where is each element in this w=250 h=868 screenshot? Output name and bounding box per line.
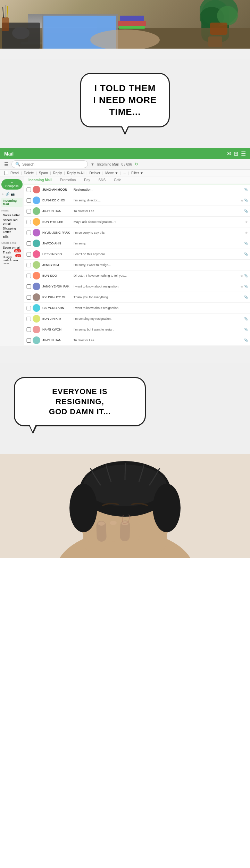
tab-promotion[interactable]: Promotion xyxy=(56,176,80,184)
email-checkbox[interactable] xyxy=(26,338,31,343)
star-icon: ★ xyxy=(245,220,248,224)
email-row[interactable]: JANG YE-RIM PAK I want to know about res… xyxy=(24,281,250,292)
smart-email-section: Smart e-mail Spam e-mail 394 Trash 34 Hu… xyxy=(1,241,23,266)
email-header: Mail ✉ ⊞ ☰ xyxy=(0,148,250,159)
avatar xyxy=(33,240,40,247)
email-subject: I can't do this anymore. xyxy=(74,252,243,256)
grid-icon[interactable]: ⊞ xyxy=(234,150,238,157)
email-sender: EUN-HEE CHOI xyxy=(42,199,74,202)
menu-icon[interactable]: ☰ xyxy=(241,150,246,157)
deliver-btn[interactable]: Deliver xyxy=(90,171,100,175)
email-sender: KYUNG-HEE OH xyxy=(42,295,74,299)
clip-icon: 📎 xyxy=(244,274,248,277)
email-checkbox[interactable] xyxy=(26,274,31,278)
reply-all-btn[interactable]: Reply to All xyxy=(67,171,84,175)
email-checkbox[interactable] xyxy=(26,306,31,310)
avatar xyxy=(33,336,40,344)
clip-icon: 📎 xyxy=(244,209,248,213)
sidebar-item-spam[interactable]: Spam e-mail 394 xyxy=(1,245,23,250)
email-checkbox[interactable] xyxy=(26,198,31,203)
sidebar-item-scheduled[interactable]: Scheduled e-mail xyxy=(1,218,23,226)
email-row[interactable]: JU-EUN HAN To director Lee 📎 xyxy=(24,335,250,346)
clip-icon: 📎 xyxy=(244,285,248,288)
svg-point-5 xyxy=(12,27,30,39)
svg-point-34 xyxy=(110,521,117,525)
email-app-title: Mail xyxy=(4,151,14,157)
tab-incoming[interactable]: Incoming Mail xyxy=(24,176,56,184)
sidebar-item-incoming[interactable]: Incoming Mail xyxy=(1,198,23,207)
email-row[interactable]: JUNG-AH MOON Resignation. 📎 xyxy=(24,184,250,195)
email-list: JUNG-AH MOON Resignation. 📎 EUN-HEE CHOI… xyxy=(24,184,250,346)
email-row[interactable]: HEE-JIN YEO I can't do this anymore. 📎 xyxy=(24,249,250,260)
tab-sns[interactable]: SNS xyxy=(94,176,110,184)
notes-label: Notes xyxy=(1,209,23,212)
email-checkbox[interactable] xyxy=(26,241,31,246)
avatar xyxy=(33,326,40,333)
star-icon[interactable]: ★ xyxy=(1,192,4,196)
email-row[interactable]: EUN-HEE CHOI I'm sorry, director.... ★ 📎 xyxy=(24,195,250,206)
email-row[interactable]: NA-RI KWON I'm sorry, but I want to resi… xyxy=(24,324,250,335)
email-subject: Director, I have something to tell you..… xyxy=(74,274,239,277)
compose-button[interactable]: + Compose xyxy=(1,179,23,190)
email-subject: To director Lee xyxy=(74,339,243,342)
email-row[interactable]: JI-WOO AHN I'm sorry. 📎 xyxy=(24,238,250,249)
svg-point-36 xyxy=(69,484,97,532)
avatar xyxy=(33,218,40,226)
email-row[interactable]: HYUN-JUNG PARK I'm so sorry to say this.… xyxy=(24,227,250,238)
email-sender: HYUN-JUNG PARK xyxy=(42,231,74,234)
search-input[interactable] xyxy=(22,162,84,166)
email-menu-bar: Read | Delete | Spam | Reply | Reply to … xyxy=(0,170,250,176)
email-subject: I'm sorry, I want to resign... xyxy=(74,263,248,267)
sidebar-action-icons: ★ 🔗 📷 xyxy=(1,192,23,196)
read-btn[interactable]: Read xyxy=(10,171,19,175)
envelope-icon[interactable]: ✉ xyxy=(226,150,231,157)
email-checkbox[interactable] xyxy=(26,252,31,257)
email-row[interactable]: JU-EUN HAN To director Lee 📎 xyxy=(24,206,250,217)
email-checkbox[interactable] xyxy=(26,317,31,321)
email-sender: JU-EUN HAN xyxy=(42,209,74,213)
email-sender: JI-WOO AHN xyxy=(42,242,74,245)
email-layout: + Compose ★ 🔗 📷 Incoming Mail Notes Note… xyxy=(0,176,250,346)
sidebar-item-bills[interactable]: Bills xyxy=(1,234,23,239)
email-checkbox[interactable] xyxy=(26,284,31,289)
email-checkbox[interactable] xyxy=(26,295,31,300)
delete-btn[interactable]: Delete xyxy=(24,171,34,175)
refresh-icon[interactable]: ↻ xyxy=(135,162,138,167)
email-row[interactable]: EUN-SOO Director, I have something to te… xyxy=(24,270,250,281)
email-toolbar: ☰ 🔍 ▼ Incoming Mail 0 / 696 ↻ xyxy=(0,159,250,170)
panel-desk xyxy=(0,0,250,49)
email-row[interactable]: JENNY KIM I'm sorry, I want to resign... xyxy=(24,260,250,270)
email-row[interactable]: EUN-HYE LEE May I ask about resignation.… xyxy=(24,217,250,227)
email-row[interactable]: EUN-JIN KIM I'm sending my resignation. … xyxy=(24,314,250,324)
email-checkbox[interactable] xyxy=(26,263,31,267)
email-checkbox[interactable] xyxy=(26,220,31,224)
photo-icon[interactable]: 📷 xyxy=(11,192,15,196)
link-icon[interactable]: 🔗 xyxy=(6,192,9,196)
email-row[interactable]: KYUNG-HEE OH Thank you for everything. 📎 xyxy=(24,292,250,303)
more-btn[interactable]: ··· xyxy=(123,171,126,175)
email-checkbox[interactable] xyxy=(26,209,31,214)
search-container: 🔍 xyxy=(11,160,88,168)
email-checkbox[interactable] xyxy=(26,231,31,235)
select-all-checkbox[interactable] xyxy=(4,171,8,175)
hamburger-icon[interactable]: ☰ xyxy=(4,161,9,167)
svg-rect-16 xyxy=(119,26,145,29)
move-btn[interactable]: Move ▼ xyxy=(105,171,118,175)
reply-btn[interactable]: Reply xyxy=(53,171,62,175)
email-checkbox[interactable] xyxy=(26,187,31,192)
email-row[interactable]: GA-YUNG AHN I want to know about resigna… xyxy=(24,303,250,314)
sidebar-item-shopping[interactable]: Shopping Letter xyxy=(1,226,23,234)
dropdown-icon[interactable]: ▼ xyxy=(91,162,94,166)
sidebar-item-notes-letter[interactable]: Notes Letter xyxy=(1,213,23,218)
spam-btn[interactable]: Spam xyxy=(39,171,48,175)
clip-icon: 📎 xyxy=(244,199,248,202)
tab-cafe[interactable]: Cafe xyxy=(110,176,125,184)
avatar xyxy=(33,250,40,258)
filter-btn[interactable]: Filter ▼ xyxy=(131,171,143,175)
tab-pay[interactable]: Pay xyxy=(80,176,94,184)
star-icon: ★ xyxy=(240,285,243,289)
email-subject: May I ask about resignation...? xyxy=(74,220,243,224)
email-checkbox[interactable] xyxy=(26,327,31,332)
avatar xyxy=(33,186,40,193)
star-icon: ★ xyxy=(240,199,243,202)
